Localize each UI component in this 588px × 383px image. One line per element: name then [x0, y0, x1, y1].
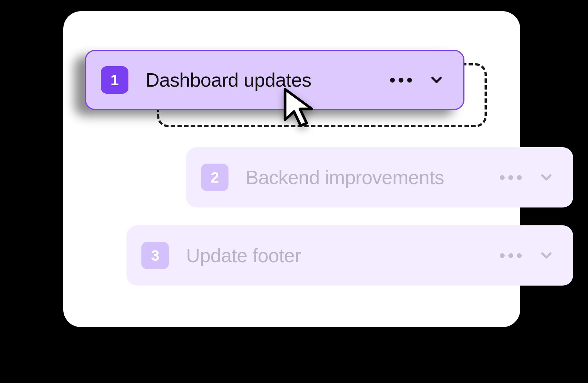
task-number: 3 — [151, 247, 159, 264]
chevron-down-icon[interactable] — [538, 247, 555, 264]
task-number: 1 — [111, 72, 119, 88]
task-number: 2 — [211, 169, 219, 186]
task-item-3[interactable]: 3 Update footer — [127, 225, 573, 286]
task-item-1[interactable]: 1 Dashboard updates — [85, 50, 464, 110]
task-controls — [390, 72, 445, 88]
task-controls — [500, 169, 555, 186]
task-item-2[interactable]: 2 Backend improvements — [186, 147, 573, 207]
more-icon[interactable] — [500, 175, 522, 180]
cursor-icon — [281, 87, 315, 129]
task-title: Dashboard updates — [146, 69, 390, 91]
task-number-badge: 2 — [201, 164, 229, 191]
task-controls — [500, 247, 555, 264]
task-number-badge: 3 — [141, 242, 169, 269]
task-title: Backend improvements — [246, 166, 500, 189]
more-icon[interactable] — [500, 253, 522, 258]
task-list-panel: 1 Dashboard updates 2 Backend improvemen… — [63, 11, 520, 327]
chevron-down-icon[interactable] — [538, 169, 555, 186]
task-number-badge: 1 — [101, 66, 128, 94]
task-title: Update footer — [186, 244, 500, 267]
chevron-down-icon[interactable] — [428, 72, 445, 88]
more-icon[interactable] — [390, 78, 412, 83]
